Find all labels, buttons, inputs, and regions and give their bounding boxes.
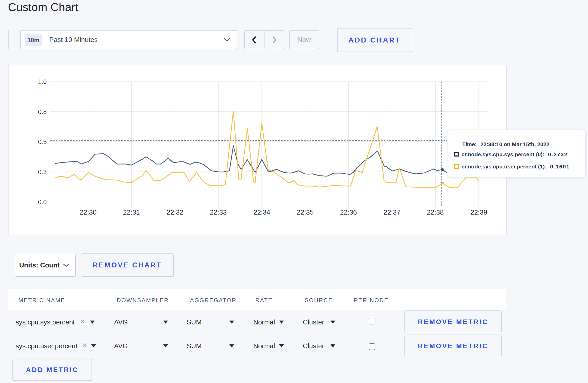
svg-text:22:36: 22:36: [340, 208, 357, 216]
svg-text:22:32: 22:32: [166, 208, 183, 216]
svg-text:22:37: 22:37: [383, 208, 400, 216]
svg-text:0.8: 0.8: [38, 108, 47, 115]
svg-text:22:30: 22:30: [80, 208, 96, 216]
svg-text:1.0: 1.0: [38, 78, 47, 85]
svg-text:22:35: 22:35: [297, 208, 313, 216]
svg-text:22:34: 22:34: [253, 208, 270, 216]
svg-text:22:33: 22:33: [210, 208, 227, 216]
svg-text:0.3: 0.3: [38, 168, 47, 175]
svg-text:22:39: 22:39: [470, 208, 487, 216]
svg-text:22:31: 22:31: [123, 208, 140, 216]
svg-text:0.0: 0.0: [38, 198, 47, 205]
svg-text:0.5: 0.5: [38, 138, 47, 145]
svg-text:22:38: 22:38: [427, 208, 444, 216]
